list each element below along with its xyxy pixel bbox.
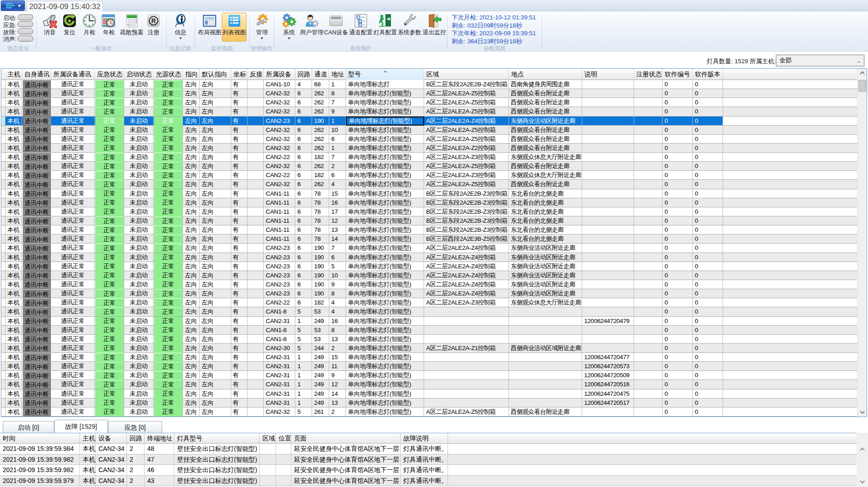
svg-text:R: R: [151, 17, 156, 24]
